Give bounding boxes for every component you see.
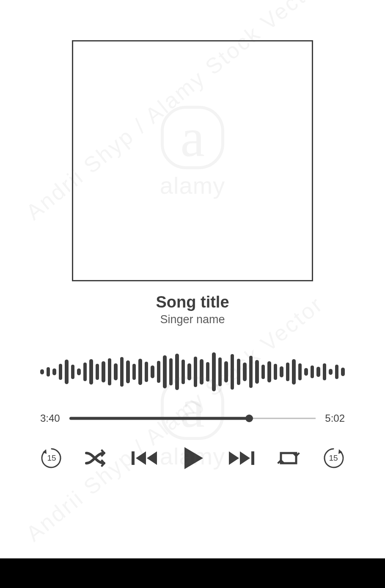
album-art-placeholder: [72, 40, 313, 281]
waveform-bar: [145, 362, 148, 382]
waveform-bar: [65, 360, 69, 384]
waveform-bar: [341, 368, 345, 376]
next-icon: [227, 449, 255, 467]
shuffle-button[interactable]: [85, 449, 109, 467]
waveform-bar: [200, 359, 204, 385]
waveform-bar: [335, 365, 339, 379]
skip-forward-seconds-label: 15: [329, 453, 338, 463]
waveform-bar: [194, 357, 198, 387]
waveform-bar: [292, 359, 296, 385]
waveform-bar: [182, 360, 185, 384]
waveform-bar: [77, 368, 81, 375]
play-button[interactable]: [180, 445, 206, 471]
previous-icon: [131, 449, 159, 467]
waveform-bar: [323, 363, 327, 380]
waveform-bar: [89, 359, 93, 385]
repeat-button[interactable]: [277, 449, 300, 467]
waveform-bar: [120, 357, 124, 387]
svg-rect-0: [132, 451, 135, 465]
waveform-bar: [169, 358, 173, 385]
waveform-bar: [261, 365, 265, 379]
skip-back-15-button[interactable]: 15: [40, 447, 63, 470]
waveform-bar: [71, 365, 75, 379]
waveform-bar: [163, 355, 167, 388]
total-time: 5:02: [325, 412, 345, 424]
waveform-bar: [138, 359, 142, 385]
waveform-bar: [274, 364, 278, 380]
waveform-bar: [304, 368, 308, 376]
waveform-bar: [206, 362, 210, 382]
waveform-bar: [255, 360, 259, 384]
waveform-bar: [316, 367, 320, 377]
waveform-bar: [231, 354, 234, 390]
waveform-bar: [280, 366, 283, 377]
artist-name: Singer name: [160, 313, 225, 326]
svg-rect-1: [251, 451, 254, 465]
shuffle-icon: [85, 449, 109, 467]
waveform-bar: [52, 368, 56, 375]
elapsed-time: 3:40: [40, 412, 60, 424]
waveform-bar: [132, 364, 136, 380]
waveform-bar: [114, 363, 118, 380]
waveform-bar: [212, 352, 216, 391]
waveform-bar: [175, 354, 179, 390]
waveform-bar: [311, 365, 314, 378]
progress-slider[interactable]: [69, 415, 316, 421]
previous-track-button[interactable]: [131, 449, 159, 467]
player-controls: 15: [40, 445, 345, 471]
next-track-button[interactable]: [227, 449, 255, 467]
waveform[interactable]: [40, 351, 345, 393]
waveform-bar: [47, 367, 50, 376]
waveform-bar: [286, 363, 290, 381]
footer-bar: [0, 558, 385, 588]
waveform-bar: [329, 369, 333, 375]
waveform-bar: [298, 363, 302, 380]
skip-forward-15-button[interactable]: 15: [322, 447, 345, 470]
waveform-bar: [151, 365, 154, 378]
waveform-bar: [267, 361, 271, 382]
waveform-bar: [249, 356, 253, 388]
waveform-bar: [157, 361, 161, 383]
waveform-bar: [187, 363, 191, 380]
skip-back-seconds-label: 15: [47, 453, 56, 463]
waveform-bar: [243, 363, 247, 381]
repeat-icon: [277, 449, 300, 467]
play-icon: [180, 445, 206, 471]
progress-row: 3:40 5:02: [40, 412, 345, 424]
waveform-bar: [102, 361, 105, 382]
waveform-bar: [237, 359, 241, 385]
waveform-bar: [59, 364, 63, 380]
waveform-bar: [108, 358, 112, 385]
song-title: Song title: [156, 293, 229, 311]
waveform-bar: [83, 363, 87, 381]
waveform-bar: [224, 361, 228, 382]
waveform-bar: [218, 357, 222, 386]
waveform-bar: [96, 364, 99, 380]
waveform-bar: [40, 369, 44, 374]
waveform-bar: [126, 360, 130, 383]
